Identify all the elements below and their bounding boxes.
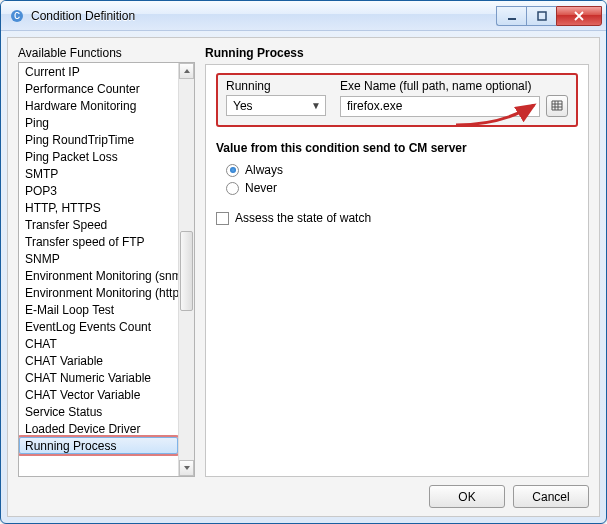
browse-button[interactable] [546, 95, 568, 117]
list-item[interactable]: Service Status [19, 403, 178, 420]
list-item[interactable]: Ping Packet Loss [19, 148, 178, 165]
titlebar[interactable]: c Condition Definition [1, 1, 606, 31]
value-send-group: Value from this condition send to CM ser… [216, 141, 578, 197]
available-functions-panel: Available Functions Current IPPerformanc… [18, 46, 195, 477]
parameters-callout: Running Yes ▼ Exe Name (full path, name … [216, 73, 578, 127]
radio-label: Never [245, 181, 277, 195]
svg-rect-3 [538, 12, 546, 20]
dialog-window: c Condition Definition Available Functio… [0, 0, 607, 524]
dialog-footer: OK Cancel [18, 477, 589, 508]
radio-button[interactable] [226, 182, 239, 195]
list-item[interactable]: Ping RoundTripTime [19, 131, 178, 148]
assess-checkbox[interactable] [216, 212, 229, 225]
value-send-title: Value from this condition send to CM ser… [216, 141, 578, 155]
list-item[interactable]: SNMP [19, 250, 178, 267]
running-select-value: Yes [233, 99, 253, 113]
window-title: Condition Definition [31, 9, 496, 23]
app-icon: c [9, 8, 25, 24]
ok-button[interactable]: OK [429, 485, 505, 508]
close-button[interactable] [556, 6, 602, 26]
list-item[interactable]: CHAT Numeric Variable [19, 369, 178, 386]
list-item[interactable]: Transfer Speed [19, 216, 178, 233]
list-item[interactable]: Current IP [19, 63, 178, 80]
radio-option[interactable]: Always [216, 161, 578, 179]
list-item[interactable]: Transfer speed of FTP [19, 233, 178, 250]
scroll-up-button[interactable] [179, 63, 194, 79]
scroll-down-button[interactable] [179, 460, 194, 476]
client-area: Available Functions Current IPPerformanc… [7, 37, 600, 517]
list-item[interactable]: SMTP [19, 165, 178, 182]
exe-name-label: Exe Name (full path, name optional) [340, 79, 568, 93]
exe-name-input[interactable]: firefox.exe [340, 96, 540, 117]
assess-label: Assess the state of watch [235, 211, 371, 225]
grid-icon [550, 99, 564, 113]
list-item[interactable]: POP3 [19, 182, 178, 199]
available-functions-list[interactable]: Current IPPerformance CounterHardware Mo… [18, 62, 195, 477]
scroll-track[interactable] [179, 79, 194, 460]
list-item[interactable]: Environment Monitoring (snmp) [19, 267, 178, 284]
list-item[interactable]: CHAT Vector Variable [19, 386, 178, 403]
list-item[interactable]: EventLog Events Count [19, 318, 178, 335]
list-item[interactable]: Performance Counter [19, 80, 178, 97]
radio-button[interactable] [226, 164, 239, 177]
running-label: Running [226, 79, 326, 93]
radio-label: Always [245, 163, 283, 177]
scroll-thumb[interactable] [180, 231, 193, 311]
list-item[interactable]: E-Mail Loop Test [19, 301, 178, 318]
chevron-down-icon: ▼ [311, 100, 321, 111]
exe-name-value: firefox.exe [347, 99, 402, 113]
condition-detail-panel: Running Process Running Yes ▼ [205, 46, 589, 477]
list-item[interactable]: Hardware Monitoring [19, 97, 178, 114]
svg-rect-2 [508, 18, 516, 20]
cancel-button[interactable]: Cancel [513, 485, 589, 508]
maximize-button[interactable] [526, 6, 556, 26]
list-item[interactable]: CHAT [19, 335, 178, 352]
available-functions-heading: Available Functions [18, 46, 195, 60]
list-item[interactable]: Loaded Device Driver [19, 420, 178, 437]
list-item[interactable]: CHAT Variable [19, 352, 178, 369]
window-controls [496, 6, 602, 26]
svg-text:c: c [14, 9, 20, 22]
assess-row[interactable]: Assess the state of watch [216, 211, 578, 225]
running-select[interactable]: Yes ▼ [226, 95, 326, 116]
list-item[interactable]: HTTP, HTTPS [19, 199, 178, 216]
radio-option[interactable]: Never [216, 179, 578, 197]
list-item[interactable]: Ping [19, 114, 178, 131]
list-scrollbar[interactable] [178, 63, 194, 476]
list-item[interactable]: Environment Monitoring (http) [19, 284, 178, 301]
list-item[interactable]: Running Process [19, 437, 178, 454]
minimize-button[interactable] [496, 6, 526, 26]
detail-heading: Running Process [205, 46, 589, 60]
